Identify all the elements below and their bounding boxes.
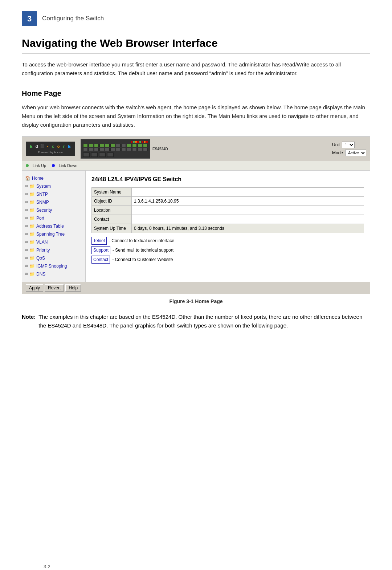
sidebar-item-vlan[interactable]: ⊞ 📁 VLAN xyxy=(25,238,82,246)
sidebar-item-port-label: Port xyxy=(36,215,44,221)
sidebar-item-snmp[interactable]: ⊞ 📁 SNMP xyxy=(25,198,82,206)
ui-bottom-bar: Apply Revert Help xyxy=(22,282,370,294)
link-row-support: Support - Send mail to technical support xyxy=(91,246,364,254)
chapter-header: 3 Configuring the Switch xyxy=(22,11,370,26)
sidebar-item-vlan-label: VLAN xyxy=(36,239,48,245)
ui-main-area: 🏠 Home ⊞ 📁 System ⊞ 📁 SNTP ⊞ 📁 SNMP xyxy=(22,171,370,282)
expand-icon-spanning: ⊞ xyxy=(25,232,28,237)
home-folder-icon: 🏠 xyxy=(25,175,30,182)
port-10 xyxy=(132,144,137,147)
indicator-7 xyxy=(144,141,146,143)
logo-letter-9: ⬛ xyxy=(40,143,45,150)
sidebar-item-priority[interactable]: ⊞ 📁 Priority xyxy=(25,246,82,254)
value-contact xyxy=(132,215,364,224)
sidebar-item-dns[interactable]: ⊞ 📁 DNS xyxy=(25,270,82,278)
port-21 xyxy=(127,148,131,151)
help-button[interactable]: Help xyxy=(65,284,81,292)
port-23 xyxy=(138,148,142,151)
sidebar-item-snmp-label: SNMP xyxy=(36,199,49,205)
input-location[interactable] xyxy=(134,208,362,213)
mode-label: Mode xyxy=(332,150,343,156)
sidebar-item-home[interactable]: 🏠 Home xyxy=(25,174,82,182)
logo-powered-text: Powered by Accton xyxy=(29,150,72,155)
sidebar-item-qos[interactable]: ⊞ 📁 QoS xyxy=(25,254,82,262)
switch-graphic xyxy=(81,139,150,159)
ui-sidebar: 🏠 Home ⊞ 📁 System ⊞ 📁 SNTP ⊞ 📁 SNMP xyxy=(22,171,86,282)
sidebar-item-spanning-tree[interactable]: ⊞ 📁 Spanning Tree xyxy=(25,230,82,238)
sidebar-item-dns-label: DNS xyxy=(36,271,45,277)
ui-logo: E d ⬛ · c o r E Powered by Accton xyxy=(26,142,75,156)
revert-button[interactable]: Revert xyxy=(45,284,64,292)
note-text: The examples in this chapter are based o… xyxy=(38,313,370,330)
mode-row: Mode Active xyxy=(332,150,366,156)
port-20 xyxy=(121,148,126,151)
folder-icon-address: 📁 xyxy=(29,223,35,229)
port-24 xyxy=(143,148,148,151)
logo-letter-c2: c xyxy=(50,143,56,150)
port-13 xyxy=(83,148,88,151)
expand-icon-sntp: ⊞ xyxy=(25,192,28,197)
port-12 xyxy=(143,144,148,147)
port-6 xyxy=(110,144,115,147)
switch-panel: ES4524D xyxy=(81,139,326,159)
link-down-dot xyxy=(52,164,55,167)
sidebar-item-port[interactable]: ⊞ 📁 Port xyxy=(25,214,82,222)
expand-icon-security: ⊞ xyxy=(25,208,28,213)
expand-icon-system: ⊞ xyxy=(25,184,28,189)
expand-icon-priority: ⊞ xyxy=(25,248,28,253)
page-title: Navigating the Web Browser Interface xyxy=(22,35,370,54)
telnet-link[interactable]: Telnet xyxy=(91,237,107,245)
sidebar-item-qos-label: QoS xyxy=(36,255,45,261)
sidebar-item-home-label: Home xyxy=(32,175,44,182)
expand-icon-dns: ⊞ xyxy=(25,272,28,277)
indicator-8 xyxy=(146,141,148,143)
sidebar-item-address-table[interactable]: ⊞ 📁 Address Table xyxy=(25,222,82,230)
section-description: When your web browser connects with the … xyxy=(22,103,370,129)
support-link[interactable]: Support xyxy=(91,246,110,254)
port-11 xyxy=(138,144,142,147)
sidebar-item-igmp[interactable]: ⊞ 📁 IGMP Snooping xyxy=(25,262,82,270)
sidebar-item-system[interactable]: ⊞ 📁 System xyxy=(25,182,82,190)
sidebar-item-spanning-label: Spanning Tree xyxy=(36,231,65,237)
sidebar-item-priority-label: Priority xyxy=(36,247,50,253)
contact-link[interactable]: Contact xyxy=(91,256,110,264)
label-object-id: Object ID xyxy=(92,196,132,205)
expand-icon-port: ⊞ xyxy=(25,216,28,221)
folder-icon-priority: 📁 xyxy=(29,247,35,253)
label-location: Location xyxy=(92,205,132,215)
ui-content-area: 24/48 L2/L4 IPV4/IPV6 GE Switch System N… xyxy=(86,171,370,282)
value-system-name xyxy=(132,187,364,196)
unit-select[interactable]: 1 xyxy=(342,142,355,148)
folder-icon-vlan: 📁 xyxy=(29,239,35,245)
sfp-port-2 xyxy=(91,152,98,157)
expand-icon-address: ⊞ xyxy=(25,224,28,229)
sidebar-item-sntp[interactable]: ⊞ 📁 SNTP xyxy=(25,190,82,198)
apply-button[interactable]: Apply xyxy=(26,284,43,292)
port-18 xyxy=(110,148,115,151)
input-contact[interactable] xyxy=(134,217,362,222)
sidebar-item-system-label: System xyxy=(36,183,51,190)
port-4 xyxy=(99,144,104,147)
link-legend: - Link Up - Link Down xyxy=(22,161,370,171)
logo-letter-r: r xyxy=(61,143,66,150)
chapter-title: Configuring the Switch xyxy=(42,14,104,23)
value-object-id xyxy=(132,196,364,205)
input-system-name[interactable] xyxy=(134,190,362,195)
port-19 xyxy=(116,148,121,151)
link-up-legend: - Link Up xyxy=(26,163,46,169)
port-row-1 xyxy=(83,144,148,147)
table-row-location: Location xyxy=(92,205,364,215)
port-8 xyxy=(121,144,126,147)
sfp-port-4 xyxy=(107,152,114,157)
unit-row: Unit 1 xyxy=(332,142,355,148)
mode-select[interactable]: Active xyxy=(345,150,366,156)
value-uptime: 0 days, 0 hours, 11 minutes, and 3.13 se… xyxy=(132,224,364,233)
link-row-telnet: Telnet - Connect to textual user interfa… xyxy=(91,237,364,245)
indicator-6 xyxy=(142,141,143,143)
sidebar-item-security[interactable]: ⊞ 📁 Security xyxy=(25,206,82,214)
intro-paragraph: To access the web-browser interface you … xyxy=(22,60,370,78)
logo-letter-o: o xyxy=(56,143,61,150)
folder-icon-snmp: 📁 xyxy=(29,199,35,205)
port-5 xyxy=(105,144,110,147)
input-object-id[interactable] xyxy=(134,199,362,204)
